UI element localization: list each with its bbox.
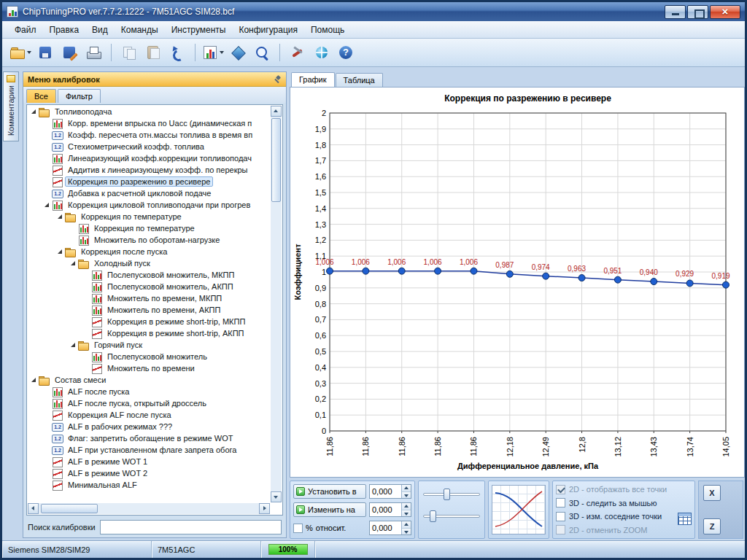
scrollbar-thumb[interactable] <box>41 504 98 513</box>
scroll-down-button[interactable] <box>271 491 282 502</box>
tree-item[interactable]: Послепусковой множитель <box>28 351 270 362</box>
tree-item[interactable]: Множитель по времени, МКПП <box>28 292 270 304</box>
table-grid-icon[interactable] <box>678 513 692 525</box>
tree-item[interactable]: Холодный пуск <box>28 257 270 269</box>
tools-button[interactable] <box>287 42 309 63</box>
change-by-button[interactable]: Изменить на <box>293 502 366 517</box>
tree-item[interactable]: Линеаризующий коэфф.коррекции топливопод… <box>28 152 270 164</box>
option-row[interactable]: 3D - следить за мышью <box>556 498 692 508</box>
expand-arrow-icon[interactable] <box>44 400 51 407</box>
expand-arrow-icon[interactable] <box>70 225 77 232</box>
tree-item[interactable]: Коррекция в режиме short-trip, АКПП <box>28 327 270 339</box>
tree-item[interactable]: Послепусковой множитель, МКПП <box>28 269 270 281</box>
tree-item[interactable]: ALF при установленном флаге запрета обог… <box>28 444 270 456</box>
tree-item[interactable]: Коррекция в режиме short-trip, МКПП <box>28 316 270 327</box>
expand-arrow-icon[interactable] <box>83 318 90 325</box>
close-button[interactable] <box>710 5 740 19</box>
expand-arrow-icon[interactable] <box>44 120 51 127</box>
spin-up-button[interactable] <box>402 485 411 492</box>
tree-item[interactable]: Множитель по времени, АКПП <box>28 304 270 316</box>
relative-spinner[interactable]: 0,000 <box>369 521 411 535</box>
expand-arrow-icon[interactable] <box>44 388 51 395</box>
minimize-button[interactable] <box>665 5 686 19</box>
tree-item[interactable]: Горячий пуск <box>28 339 270 351</box>
spin-down-button[interactable] <box>402 510 411 517</box>
tree-item[interactable]: Коррекция ALF после пуска <box>28 409 270 421</box>
set-value-button[interactable]: Установить в <box>293 484 366 499</box>
tab-chart[interactable]: График <box>291 72 335 87</box>
tree-item[interactable]: Флаг: запретить обогащение в режиме WOT <box>28 432 270 444</box>
tree-item[interactable]: ALF в режиме WOT 2 <box>28 467 270 479</box>
menu-item[interactable]: Правка <box>43 23 86 37</box>
expand-arrow-icon[interactable] <box>44 155 51 162</box>
percent-checkbox[interactable] <box>293 524 303 533</box>
tree-item[interactable]: Коэфф. пересчета отн.массы топлива в вре… <box>28 129 270 141</box>
expand-arrow-icon[interactable] <box>44 470 51 477</box>
expand-arrow-icon[interactable] <box>70 236 77 244</box>
tree-item[interactable]: Коррекция цикловой топливоподачи при про… <box>28 199 270 211</box>
title-bar[interactable]: ChipTuningPRO ver.7.7.2.1222 - 7M51AGC S… <box>2 2 745 21</box>
tree-item[interactable]: Состав смеси <box>28 374 270 386</box>
expand-arrow-icon[interactable] <box>44 435 51 442</box>
copy-button[interactable] <box>118 42 140 63</box>
checkbox-icon[interactable] <box>556 498 565 508</box>
tree-item[interactable]: Минимальная ALF <box>28 479 270 491</box>
menu-item[interactable]: Вид <box>85 23 115 37</box>
tree-item[interactable]: Множитель по оборотам-нагрузке <box>28 234 270 246</box>
undo-button[interactable] <box>166 42 188 63</box>
set-value-spinner[interactable]: 0,000 <box>369 484 411 499</box>
tree-item[interactable]: Коррекция по температуре <box>28 222 270 234</box>
expand-arrow-icon[interactable] <box>44 166 51 174</box>
spin-down-button[interactable] <box>402 529 411 535</box>
tree-item[interactable]: Послепусковой множитель, АКПП <box>28 281 270 292</box>
tree-item[interactable]: ALF в режиме WOT 1 <box>28 456 270 467</box>
tree-item[interactable]: Добавка к расчетной цикловой подаче <box>28 187 270 199</box>
spin-up-button[interactable] <box>402 521 411 529</box>
pin-icon[interactable] <box>273 75 282 84</box>
chart-area[interactable]: 00,10,20,30,40,50,60,70,80,911,11,21,31,… <box>290 87 745 478</box>
tree-item[interactable]: Коррекция по температуре <box>28 211 270 222</box>
zoom-button[interactable] <box>251 42 273 63</box>
change-by-spinner[interactable]: 0,000 <box>369 502 411 517</box>
scroll-right-button[interactable] <box>259 503 270 514</box>
tree-item[interactable]: ALF в рабочих режимах ??? <box>28 421 270 432</box>
expand-arrow-icon[interactable] <box>57 213 64 220</box>
checkbox-icon[interactable] <box>556 525 565 534</box>
expand-arrow-icon[interactable] <box>31 376 38 384</box>
menu-item[interactable]: Конфигурация <box>232 23 304 37</box>
expand-arrow-icon[interactable] <box>83 283 90 290</box>
tree-item[interactable]: Множитель по времени <box>28 362 270 374</box>
expand-arrow-icon[interactable] <box>44 446 51 454</box>
z-axis-button[interactable]: Z <box>703 518 721 534</box>
slider-thumb[interactable] <box>444 489 450 500</box>
expand-arrow-icon[interactable] <box>44 131 51 139</box>
expand-arrow-icon[interactable] <box>44 190 51 197</box>
navigate-button[interactable] <box>227 42 249 63</box>
calibration-chart[interactable]: 00,10,20,30,40,50,60,70,80,911,11,21,31,… <box>291 88 742 475</box>
x-axis-button[interactable]: X <box>703 485 721 501</box>
expand-arrow-icon[interactable] <box>31 108 38 115</box>
menu-item[interactable]: Файл <box>8 23 43 37</box>
expand-arrow-icon[interactable] <box>70 341 77 349</box>
expand-arrow-icon[interactable] <box>44 458 51 465</box>
expand-arrow-icon[interactable] <box>83 330 90 337</box>
comments-side-tab[interactable]: Комментарии <box>3 71 19 141</box>
paste-button[interactable] <box>142 42 164 63</box>
expand-arrow-icon[interactable] <box>44 143 51 150</box>
expand-arrow-icon[interactable] <box>44 423 51 430</box>
menu-item[interactable]: Инструменты <box>165 23 233 37</box>
scroll-up-button[interactable] <box>271 106 282 117</box>
scroll-left-button[interactable] <box>28 503 39 514</box>
expand-arrow-icon[interactable] <box>83 353 90 360</box>
scrollbar-thumb[interactable] <box>271 118 281 202</box>
tab-filter[interactable]: Фильтр <box>58 89 101 103</box>
tab-table[interactable]: Таблица <box>336 73 383 87</box>
tree-item[interactable]: Коррекция после пуска <box>28 246 270 257</box>
smooth-slider[interactable] <box>423 489 480 500</box>
checkbox-icon[interactable] <box>556 512 565 521</box>
online-button[interactable] <box>311 42 333 63</box>
expand-arrow-icon[interactable] <box>83 306 90 314</box>
expand-arrow-icon[interactable] <box>57 248 64 255</box>
maximize-button[interactable] <box>687 5 708 19</box>
menu-item[interactable]: Помощь <box>304 23 351 37</box>
